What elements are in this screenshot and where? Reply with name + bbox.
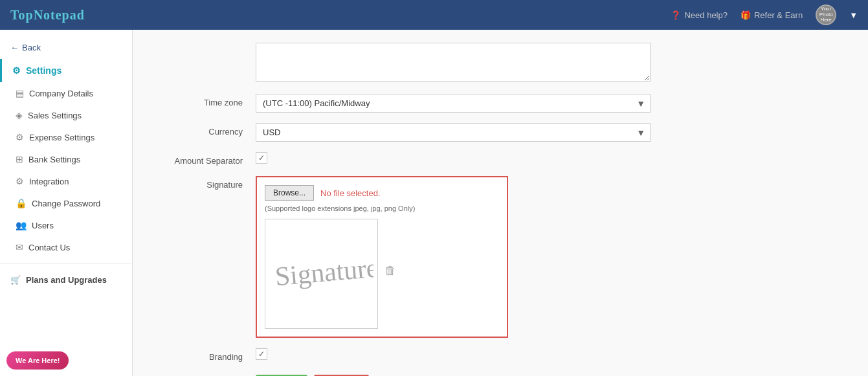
bank-settings-icon: ⊞: [16, 154, 23, 164]
signature-control-wrap: Browse... No file selected. (Supported l…: [256, 176, 651, 338]
timezone-row: Time zone (UTC -11:00) Pacific/Midway ▼: [152, 94, 849, 113]
timezone-label: Time zone: [152, 94, 243, 107]
back-label: Back: [22, 43, 41, 52]
users-label: Users: [32, 221, 54, 230]
header-right: ❓ Need help? 🎁 Refer & Earn YourPhotoHer…: [671, 5, 858, 25]
currency-control-wrap: USD ▼: [256, 123, 651, 142]
branding-label: Branding: [152, 348, 243, 362]
currency-select-wrap: USD ▼: [256, 123, 651, 142]
signature-preview: Signature: [265, 219, 378, 329]
branding-row: Branding ✓: [152, 348, 849, 362]
sidebar-item-bank-settings[interactable]: ⊞ Bank Settings: [0, 148, 132, 170]
logo-text-bottom: Notepad: [34, 8, 85, 22]
signature-box: Browse... No file selected. (Supported l…: [256, 176, 508, 338]
company-details-label: Company Details: [29, 89, 93, 98]
company-details-icon: ▤: [16, 88, 24, 98]
expense-settings-icon: ⚙: [16, 132, 24, 142]
textarea-label: [152, 43, 243, 47]
settings-label: Settings: [26, 65, 61, 76]
users-icon: 👥: [16, 220, 27, 230]
integration-icon: ⚙: [16, 176, 24, 186]
notes-textarea[interactable]: [256, 43, 651, 82]
signature-preview-wrap: Signature 🗑: [265, 219, 499, 329]
settings-section-header: ⚙ Settings: [0, 59, 132, 82]
branding-checkbox[interactable]: ✓: [256, 348, 267, 360]
timezone-select[interactable]: (UTC -11:00) Pacific/Midway: [256, 94, 651, 113]
svg-text:Signature: Signature: [274, 252, 373, 291]
contact-us-label: Contact Us: [28, 243, 70, 252]
need-help-label: Need help?: [684, 10, 728, 20]
user-avatar[interactable]: YourPhotoHere: [816, 5, 836, 25]
settings-gear-icon: ⚙: [12, 65, 21, 76]
contact-us-icon: ✉: [16, 242, 23, 252]
we-are-here-label: We Are Here!: [16, 357, 60, 364]
we-are-here-badge[interactable]: We Are Here!: [6, 351, 69, 370]
sidebar-item-change-password[interactable]: 🔒 Change Password: [0, 192, 132, 214]
user-menu-chevron[interactable]: ▼: [849, 10, 858, 20]
sidebar-item-expense-settings[interactable]: ⚙ Expense Settings: [0, 126, 132, 148]
refer-earn-label: Refer & Earn: [754, 10, 803, 20]
sidebar-item-integration[interactable]: ⚙ Integration: [0, 170, 132, 192]
back-button[interactable]: ← Back: [0, 36, 132, 59]
sales-settings-icon: ◈: [16, 110, 23, 120]
change-password-label: Change Password: [32, 199, 100, 208]
no-file-text: No file selected.: [320, 188, 381, 198]
amount-separator-label: Amount Separator: [152, 152, 243, 166]
currency-select[interactable]: USD: [256, 123, 651, 142]
sidebar-item-company-details[interactable]: ▤ Company Details: [0, 82, 132, 104]
main-layout: ← Back ⚙ Settings ▤ Company Details ◈ Sa…: [0, 30, 868, 376]
signature-upload-row: Browse... No file selected.: [265, 185, 499, 201]
help-icon: ❓: [671, 10, 681, 20]
sidebar-item-users[interactable]: 👥 Users: [0, 214, 132, 236]
delete-signature-icon[interactable]: 🗑: [384, 264, 396, 278]
refer-icon: 🎁: [740, 10, 751, 20]
sales-settings-label: Sales Settings: [28, 111, 82, 120]
amount-separator-control-wrap: ✓: [256, 152, 651, 164]
currency-label: Currency: [152, 123, 243, 137]
browse-button[interactable]: Browse...: [265, 185, 314, 201]
expense-settings-label: Expense Settings: [29, 133, 95, 142]
sidebar: ← Back ⚙ Settings ▤ Company Details ◈ Sa…: [0, 30, 133, 376]
top-header: TopNotepad ❓ Need help? 🎁 Refer & Earn Y…: [0, 0, 868, 30]
amount-separator-row: Amount Separator ✓: [152, 152, 849, 166]
textarea-wrap: [256, 43, 651, 83]
plans-cart-icon: 🛒: [10, 275, 21, 285]
avatar-text: YourPhotoHere: [819, 6, 833, 23]
timezone-control-wrap: (UTC -11:00) Pacific/Midway ▼: [256, 94, 651, 113]
textarea-row: [152, 43, 849, 83]
amount-separator-checkbox[interactable]: ✓: [256, 152, 267, 164]
sidebar-item-sales-settings[interactable]: ◈ Sales Settings: [0, 104, 132, 126]
plans-label: Plans and Upgrades: [26, 275, 107, 285]
change-password-icon: 🔒: [16, 198, 27, 208]
refer-earn-link[interactable]: 🎁 Refer & Earn: [740, 10, 803, 20]
integration-label: Integration: [29, 177, 69, 186]
need-help-link[interactable]: ❓ Need help?: [671, 10, 728, 20]
signature-label: Signature: [152, 176, 243, 190]
main-content: Time zone (UTC -11:00) Pacific/Midway ▼ …: [133, 30, 868, 376]
supported-formats-text: (Supported logo extensions jpeg, jpg, pn…: [265, 205, 499, 212]
signature-row: Signature Browse... No file selected. (S…: [152, 176, 849, 338]
sidebar-item-plans-upgrades[interactable]: 🛒 Plans and Upgrades: [0, 269, 132, 291]
branding-control-wrap: ✓: [256, 348, 651, 360]
currency-row: Currency USD ▼: [152, 123, 849, 142]
timezone-select-wrap: (UTC -11:00) Pacific/Midway ▼: [256, 94, 651, 113]
sidebar-item-contact-us[interactable]: ✉ Contact Us: [0, 236, 132, 258]
back-arrow-icon: ←: [10, 43, 19, 52]
signature-image: Signature: [270, 225, 373, 322]
sidebar-divider: [0, 263, 132, 264]
bank-settings-label: Bank Settings: [28, 155, 80, 164]
logo-text-top: Top: [10, 8, 34, 22]
app-logo[interactable]: TopNotepad: [10, 8, 85, 23]
